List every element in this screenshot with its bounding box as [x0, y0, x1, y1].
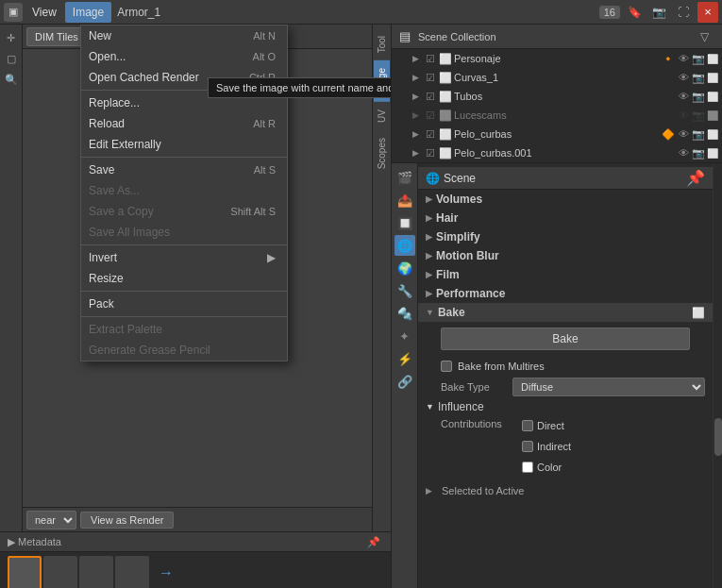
tree-row-personaje[interactable]: ▶ ☑ ⬜ Personaje 🔸 👁 📷 ⬜	[392, 49, 722, 68]
outliner-header: ▤ Scene Collection ▽	[392, 25, 722, 49]
menu-edit-externally[interactable]: Edit Externally	[81, 134, 287, 155]
indirect-row: Indirect	[522, 437, 571, 456]
tree-row-tubos[interactable]: ▶ ☑ ⬜ Tubos 👁 📷 ⬜	[392, 87, 722, 106]
main-layout: ✛ ▢ 🔍 DIM Tiles ⟳ ⬇ Can't Load Image	[0, 25, 722, 588]
volumes-arrow: ▶	[426, 194, 432, 204]
menu-reload[interactable]: Reload Alt R	[81, 113, 287, 134]
film-arrow: ▶	[426, 270, 432, 279]
eye-personaje[interactable]: 👁	[677, 53, 690, 64]
section-hair[interactable]: ▶ Hair	[418, 209, 713, 227]
tab-scopes[interactable]: Scopes	[374, 130, 390, 176]
menu-image[interactable]: Image	[65, 2, 111, 23]
constraints-props-icon[interactable]: 🔗	[395, 371, 415, 392]
world-props-icon[interactable]: 🌍	[395, 258, 415, 278]
render-tubos[interactable]: 📷	[692, 91, 705, 103]
bake-options-icon[interactable]: ⬜	[692, 307, 705, 319]
menu-invert[interactable]: Invert ▶	[81, 247, 287, 268]
color-checkbox[interactable]: ✓	[522, 462, 533, 473]
extra-curvas1: ⬜	[707, 73, 718, 83]
eye-tubos[interactable]: 👁	[677, 91, 690, 102]
near-select[interactable]: near	[26, 511, 76, 529]
outliner-header-icon: ▤	[399, 29, 411, 43]
selected-to-active-label: Selected to Active	[442, 485, 524, 496]
tab-tool[interactable]: Tool	[374, 28, 390, 60]
output-props-icon[interactable]: 📤	[395, 190, 415, 210]
physics-props-icon[interactable]: ⚡	[395, 348, 415, 369]
section-performance[interactable]: ▶ Performance	[418, 284, 713, 303]
section-bake[interactable]: ▼ Bake ⬜	[418, 303, 713, 322]
tree-row-lucescams[interactable]: ▶ ☑ ⬜ Lucescams 👁 📷 ⬜	[392, 106, 722, 125]
frame-thumb-2[interactable]	[79, 556, 113, 588]
render-personaje[interactable]: 📷	[692, 53, 705, 65]
scene-props-icon[interactable]: 🌐	[395, 235, 415, 256]
eye-lucescams[interactable]: 👁	[677, 109, 690, 121]
object-props-icon[interactable]: 🔧	[395, 280, 415, 301]
render-props-icon[interactable]: 🎬	[395, 167, 415, 188]
cursor-tool[interactable]: ✛	[2, 28, 21, 47]
indirect-label: Indirect	[537, 441, 571, 452]
direct-row: Direct	[522, 416, 571, 435]
scroll-track[interactable]	[713, 163, 722, 588]
frame-thumb-3[interactable]	[115, 556, 149, 588]
expand-pelo-curbas: ▶	[412, 129, 424, 139]
influence-header[interactable]: ▼ Influence	[418, 397, 713, 416]
tree-row-curvas1[interactable]: ▶ ☑ ⬜ Curvas_1 👁 📷 ⬜	[392, 68, 722, 87]
influence-label: Influence	[438, 400, 484, 413]
frame-strip-pin[interactable]: 📌	[364, 532, 383, 551]
eye-curvas1[interactable]: 👁	[677, 72, 690, 83]
bookmark-icon[interactable]: 🔖	[624, 2, 645, 23]
expand-icon[interactable]: ⛶	[673, 2, 694, 23]
scene-pin[interactable]: 📌	[686, 169, 705, 187]
contributions-label: Contributions	[441, 416, 516, 429]
tree-row-pelo-curbas-001[interactable]: ▶ ☑ ⬜ Pelo_curbas.001 👁 📷 ⬜	[392, 143, 722, 162]
app-icon: ▣	[4, 3, 23, 22]
bake-from-multires-checkbox[interactable]	[441, 361, 452, 372]
render-pelo-curbas[interactable]: 📷	[692, 128, 705, 141]
render-pelo-curbas-001[interactable]: 📷	[692, 147, 705, 160]
menu-tooltip: Save the image with current name and set…	[208, 77, 391, 98]
modifier-props-icon[interactable]: 🔩	[395, 303, 415, 324]
section-simplify[interactable]: ▶ Simplify	[418, 227, 713, 246]
props-content: 🌐 Scene 📌 ▶ Volumes ▶ Hair ▶ Simpl	[418, 163, 713, 588]
frame-strip: ▶ Metadata 📌 →	[0, 531, 391, 588]
zoom-tool[interactable]: 🔍	[2, 70, 21, 89]
label-pelo-curbas-001: Pelo_curbas.001	[454, 147, 675, 159]
menu-view[interactable]: View	[25, 2, 64, 23]
view-as-render-btn[interactable]: View as Render	[80, 512, 174, 529]
simplify-label: Simplify	[436, 230, 480, 244]
eye-pelo-curbas[interactable]: 👁	[677, 128, 690, 140]
section-motion-blur[interactable]: ▶ Motion Blur	[418, 246, 713, 265]
filter-icon[interactable]: ▽	[694, 26, 714, 47]
render-curvas1[interactable]: 📷	[692, 72, 705, 84]
menu-open[interactable]: Open... Alt O	[81, 46, 287, 67]
icon-pelo-curbas-001: ⬜	[439, 147, 452, 160]
menu-resize[interactable]: Resize	[81, 268, 287, 289]
influence-section: ▼ Influence Contributions Direct	[418, 397, 713, 480]
view-layer-props-icon[interactable]: 🔲	[395, 212, 415, 233]
scene-icon: 🌐	[426, 172, 440, 185]
menu-save[interactable]: Save Alt S	[81, 160, 287, 180]
frame-thumb-active[interactable]	[8, 556, 42, 588]
close-button[interactable]: ×	[697, 2, 718, 23]
volumes-label: Volumes	[436, 193, 482, 206]
hair-arrow: ▶	[426, 213, 432, 223]
camera-icon[interactable]: 📷	[648, 2, 669, 23]
scroll-thumb	[714, 418, 722, 456]
tab-uv[interactable]: UV	[374, 102, 390, 130]
tree-row-pelo-curbas[interactable]: ▶ ☑ ⬜ Pelo_curbas 🔶 👁 📷 ⬜	[392, 125, 722, 143]
section-film[interactable]: ▶ Film	[418, 265, 713, 284]
indirect-checkbox[interactable]	[522, 441, 533, 452]
frame-thumb-1[interactable]	[43, 556, 77, 588]
bake-type-select[interactable]: Diffuse	[512, 378, 705, 396]
bake-button[interactable]: Bake	[441, 328, 690, 350]
menu-pack[interactable]: Pack	[81, 294, 287, 314]
extra-pelo-curbas: ⬜	[707, 129, 718, 140]
render-lucescams[interactable]: 📷	[692, 109, 705, 122]
select-tool[interactable]: ▢	[2, 49, 21, 68]
extra-personaje: ⬜	[707, 54, 718, 64]
section-volumes[interactable]: ▶ Volumes	[418, 190, 713, 209]
eye-pelo-curbas-001[interactable]: 👁	[677, 147, 690, 159]
menu-new[interactable]: New Alt N	[81, 25, 287, 46]
particles-props-icon[interactable]: ✦	[395, 326, 415, 346]
direct-checkbox[interactable]	[522, 420, 533, 431]
